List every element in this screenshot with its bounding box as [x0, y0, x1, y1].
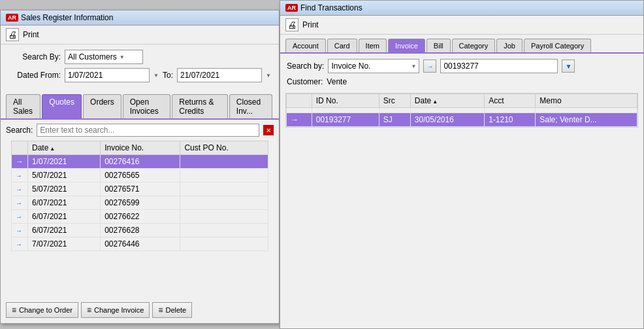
sales-register-title-icon: AR [6, 14, 18, 22]
row-arrow: → [12, 155, 28, 169]
find-transactions-window: AR Find Transactions 🖨 Print AccountCard… [280, 0, 644, 329]
find-search-row: Search by: Invoice No. ▼ → ▼ [280, 54, 643, 76]
sales-tab-quotes[interactable]: Quotes [42, 94, 82, 118]
separator-cell [485, 108, 536, 113]
sales-col-arrow [12, 141, 28, 155]
find-tab-payroll-category[interactable]: Payroll Category [524, 39, 591, 52]
find-tab-invoice[interactable]: Invoice [388, 39, 425, 52]
sales-col-date[interactable]: Date▲ [28, 141, 101, 155]
cell-cust_po_no [180, 210, 268, 224]
delete-button[interactable]: ≡ Delete [152, 302, 192, 318]
find-cell-memo: Sale; Venter D... [536, 113, 637, 127]
cell-date: 6/07/2021 [28, 210, 101, 224]
cell-invoice_no: 00276628 [101, 224, 180, 237]
find-cell-date: 30/05/2016 [410, 113, 484, 127]
table-row[interactable]: →5/07/202100276571 [12, 182, 268, 196]
cell-cust_po_no [180, 169, 268, 182]
find-transactions-title-bar: AR Find Transactions [280, 1, 643, 16]
row-arrow: → [12, 182, 28, 196]
row-arrow: → [12, 210, 28, 224]
search-label: Search: [6, 126, 33, 135]
find-print-icon: 🖨 [285, 18, 298, 31]
cell-cust_po_no [180, 237, 268, 251]
table-row[interactable]: →6/07/202100276599 [12, 196, 268, 210]
find-transactions-title-icon: AR [285, 4, 298, 12]
sales-register-form: Search By: All Customers ▼ Dated From: ▼… [1, 44, 279, 92]
cell-cust_po_no [180, 196, 268, 210]
dated-to-input[interactable] [177, 68, 262, 82]
cell-date: 5/07/2021 [28, 182, 101, 196]
btn-icon-change-to-invoice: ≡ [87, 305, 91, 315]
sales-tab-closed-inv[interactable]: Closed Inv... [229, 94, 272, 118]
change-to-invoice-button[interactable]: ≡ Change Invoice [81, 302, 150, 318]
find-col-acct: Acct [485, 94, 536, 108]
dated-to-arrow[interactable]: ▼ [266, 73, 271, 78]
table-row[interactable]: →00193277SJ30/05/20161-1210Sale; Venter … [287, 113, 637, 127]
cell-date: 7/07/2021 [28, 237, 101, 251]
table-row[interactable]: →1/07/202100276416 [12, 155, 268, 169]
cell-date: 5/07/2021 [28, 169, 101, 182]
table-row[interactable]: →6/07/202100276628 [12, 224, 268, 237]
search-by-arrow: ▼ [120, 54, 125, 60]
btn-icon-change-to-order: ≡ [12, 305, 16, 315]
to-label: To: [163, 71, 173, 80]
bottom-buttons: ≡ Change to Order≡ Change Invoice≡ Delet… [6, 302, 192, 318]
find-col-src: Src [379, 94, 410, 108]
cell-invoice_no: 00276622 [101, 210, 180, 224]
find-search-by-select[interactable]: Invoice No. ▼ [328, 59, 419, 73]
separator-cell [379, 108, 410, 113]
sales-tab-returns-credits[interactable]: Returns & Credits [172, 94, 228, 118]
find-tab-job[interactable]: Job [496, 39, 523, 52]
find-tab-account[interactable]: Account [285, 39, 326, 52]
cell-date: 6/07/2021 [28, 196, 101, 210]
cell-invoice_no: 00276446 [101, 237, 180, 251]
table-row[interactable]: →7/07/202100276446 [12, 237, 268, 251]
find-search-by-value: Invoice No. [331, 61, 370, 71]
print-label: Print [23, 30, 39, 39]
btn-icon-delete: ≡ [158, 305, 163, 315]
search-by-row: Search By: All Customers ▼ [8, 50, 271, 64]
row-arrow: → [287, 113, 312, 127]
search-bar: Search: ✕ [1, 120, 279, 141]
find-table-container: ID No.SrcDate▲AcctMemo→00193277SJ30/05/2… [285, 93, 638, 128]
table-row[interactable]: →6/07/202100276622 [12, 210, 268, 224]
find-cell-src: SJ [379, 113, 410, 127]
sales-tab-all-sales[interactable]: All Sales [6, 94, 40, 118]
find-tab-category[interactable]: Category [452, 39, 496, 52]
dated-from-arrow[interactable]: ▼ [153, 73, 159, 78]
sales-register-title-bar: AR Sales Register Information [1, 10, 279, 26]
cell-cust_po_no [180, 155, 268, 169]
dated-from-label: Dated From: [8, 71, 61, 80]
find-customer-row: Customer: Vente [280, 76, 643, 90]
search-clear-button[interactable]: ✕ [263, 125, 274, 135]
find-search-dropdown-button[interactable]: ▼ [562, 60, 575, 73]
find-table: ID No.SrcDate▲AcctMemo→00193277SJ30/05/2… [286, 94, 637, 127]
row-arrow: → [12, 237, 28, 251]
separator-cell [287, 108, 312, 113]
find-tab-bill[interactable]: Bill [427, 39, 451, 52]
find-transactions-title-text: Find Transactions [300, 3, 362, 12]
sales-table-wrapper: Date▲Invoice No.Cust PO No.→1/07/2021002… [6, 141, 274, 251]
search-by-select[interactable]: All Customers ▼ [65, 50, 143, 64]
dated-from-row: Dated From: ▼ To: ▼ [8, 68, 271, 82]
sales-table: Date▲Invoice No.Cust PO No.→1/07/2021002… [11, 141, 268, 251]
find-search-input[interactable] [440, 59, 558, 73]
find-tab-card[interactable]: Card [327, 39, 357, 52]
search-input[interactable] [37, 124, 259, 137]
sales-register-toolbar: 🖨 Print [1, 26, 279, 44]
cell-invoice_no: 00276416 [101, 155, 180, 169]
row-arrow: → [12, 169, 28, 182]
find-col-id_no: ID No. [312, 94, 379, 108]
find-col-date[interactable]: Date▲ [410, 94, 484, 108]
find-search-go-button[interactable]: → [423, 60, 436, 73]
dated-from-input[interactable] [65, 68, 150, 82]
find-tab-item[interactable]: Item [359, 39, 387, 52]
table-row[interactable]: →5/07/202100276565 [12, 169, 268, 182]
change-to-order-button[interactable]: ≡ Change to Order [6, 302, 78, 318]
find-col-memo: Memo [536, 94, 637, 108]
sales-tab-open-invoices[interactable]: Open Invoices [123, 94, 171, 118]
find-transactions-toolbar: 🖨 Print [280, 16, 643, 35]
sales-tab-orders[interactable]: Orders [83, 94, 121, 118]
find-customer-label: Customer: [287, 77, 323, 86]
cell-date: 6/07/2021 [28, 224, 101, 237]
